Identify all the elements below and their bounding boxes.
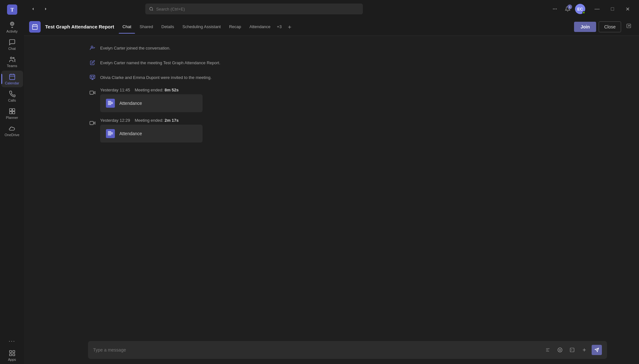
meeting-ended-block-2: Yesterday 12:29 Meeting ended: 2m 17s	[88, 117, 607, 144]
format-button[interactable]	[543, 345, 553, 355]
meeting-header: Test Graph Attendance Report Chat Shared…	[24, 18, 639, 36]
search-input[interactable]	[156, 7, 359, 12]
svg-rect-40	[108, 131, 111, 132]
attendance-doc-icon-2	[105, 128, 116, 139]
meeting-ended-block-1: Yesterday 11:45 Meeting ended: 8m 52s	[88, 86, 607, 113]
sidebar-item-chat[interactable]: Chat	[1, 36, 23, 53]
invite-icon	[88, 73, 97, 82]
more-tabs-button[interactable]: +3	[275, 23, 284, 30]
message-input-box	[88, 341, 607, 359]
window-controls: — □ ✕	[590, 4, 635, 14]
svg-rect-34	[108, 102, 113, 103]
attendance-label-2: Attendance	[119, 131, 142, 136]
more-options-button[interactable]	[549, 4, 560, 14]
svg-rect-43	[108, 135, 111, 136]
svg-rect-16	[12, 353, 14, 355]
svg-text:T: T	[10, 7, 14, 12]
attach-button[interactable]	[579, 345, 589, 355]
giphy-button[interactable]	[567, 345, 577, 355]
main-content: 1 EC — □ ✕ Test Graph Attendance Report	[24, 0, 639, 364]
calendar-meeting-icon	[32, 24, 38, 30]
svg-rect-41	[108, 133, 113, 133]
svg-rect-13	[9, 350, 11, 352]
svg-point-46	[560, 349, 561, 350]
emoji-button[interactable]	[555, 345, 565, 355]
sidebar-item-calendar[interactable]: Calendar	[1, 71, 23, 87]
tab-attendance[interactable]: Attendance	[246, 22, 275, 31]
send-button[interactable]	[592, 345, 602, 355]
giphy-icon	[570, 347, 575, 352]
svg-point-26	[91, 46, 93, 48]
tab-scheduling[interactable]: Scheduling Assistant	[179, 22, 225, 31]
attendance-doc-icon-1	[105, 98, 116, 108]
chat-icon	[9, 39, 16, 46]
svg-marker-37	[93, 122, 95, 124]
back-button[interactable]	[28, 4, 38, 14]
teams-logo[interactable]: T	[4, 2, 20, 17]
calls-icon	[9, 90, 16, 97]
video-icon-1	[88, 88, 97, 97]
svg-rect-38	[90, 121, 93, 125]
svg-point-2	[11, 23, 13, 25]
sidebar-more-button[interactable]: ...	[1, 333, 23, 346]
notification-badge: 1	[567, 4, 572, 9]
svg-point-4	[13, 57, 14, 58]
popout-icon	[626, 23, 631, 28]
send-icon	[595, 348, 599, 352]
user-avatar[interactable]: EC	[575, 4, 585, 14]
close-button[interactable]: ✕	[620, 4, 635, 14]
sidebar-item-activity[interactable]: Activity	[1, 19, 23, 35]
sidebar-item-teams[interactable]: Teams	[1, 53, 23, 70]
svg-rect-21	[33, 25, 37, 29]
svg-rect-9	[9, 108, 12, 111]
tab-shared[interactable]: Shared	[136, 22, 157, 31]
system-message-joined: Evelyn Carter joined the conversation.	[88, 42, 607, 54]
sidebar-item-planner[interactable]: Planner	[1, 105, 23, 122]
svg-point-28	[91, 76, 92, 77]
svg-point-19	[555, 9, 555, 10]
onedrive-icon	[9, 125, 16, 132]
meeting-time-1: Yesterday 11:45 Meeting ended: 8m 52s	[100, 88, 203, 92]
tab-chat[interactable]: Chat	[119, 22, 135, 31]
svg-point-17	[150, 7, 153, 10]
apps-icon	[9, 350, 16, 357]
notification-button[interactable]: 1	[562, 4, 573, 14]
sidebar-item-onedrive[interactable]: OneDrive	[1, 122, 23, 139]
tab-recap[interactable]: Recap	[225, 22, 245, 31]
svg-marker-30	[93, 91, 95, 94]
svg-rect-10	[12, 108, 14, 111]
svg-rect-14	[12, 350, 14, 352]
tab-details[interactable]: Details	[157, 22, 178, 31]
message-input-area	[24, 337, 639, 364]
activity-icon	[9, 21, 16, 28]
svg-point-3	[10, 57, 12, 59]
format-icon	[545, 347, 550, 352]
video-icon-2	[88, 119, 97, 128]
svg-rect-5	[9, 74, 15, 80]
search-bar[interactable]	[145, 4, 363, 14]
add-tab-button[interactable]: ＋	[284, 22, 295, 32]
attendance-card-2[interactable]: Attendance	[100, 125, 203, 143]
maximize-button[interactable]: □	[605, 4, 620, 14]
meeting-time-2: Yesterday 12:29 Meeting ended: 2m 17s	[100, 118, 203, 123]
sidebar-item-calls[interactable]: Calls	[1, 88, 23, 105]
close-meeting-button[interactable]: Close	[599, 21, 621, 32]
join-button[interactable]: Join	[574, 22, 596, 32]
minimize-button[interactable]: —	[590, 4, 604, 14]
popout-button[interactable]	[624, 22, 634, 31]
svg-rect-31	[90, 91, 93, 95]
emoji-icon	[557, 347, 563, 352]
meeting-actions: Join Close	[574, 21, 634, 32]
planner-icon	[9, 108, 16, 115]
forward-button[interactable]	[41, 4, 51, 14]
svg-rect-15	[9, 353, 11, 355]
svg-rect-36	[108, 105, 111, 105]
svg-rect-11	[9, 111, 12, 113]
topbar-right: 1 EC — □ ✕	[549, 4, 635, 14]
person-join-icon	[88, 43, 97, 52]
message-input[interactable]	[93, 347, 540, 352]
attendance-card-1[interactable]: Attendance	[100, 94, 203, 112]
sidebar-item-apps[interactable]: Apps	[1, 347, 23, 364]
topbar: 1 EC — □ ✕	[24, 0, 639, 18]
svg-point-18	[553, 9, 554, 10]
